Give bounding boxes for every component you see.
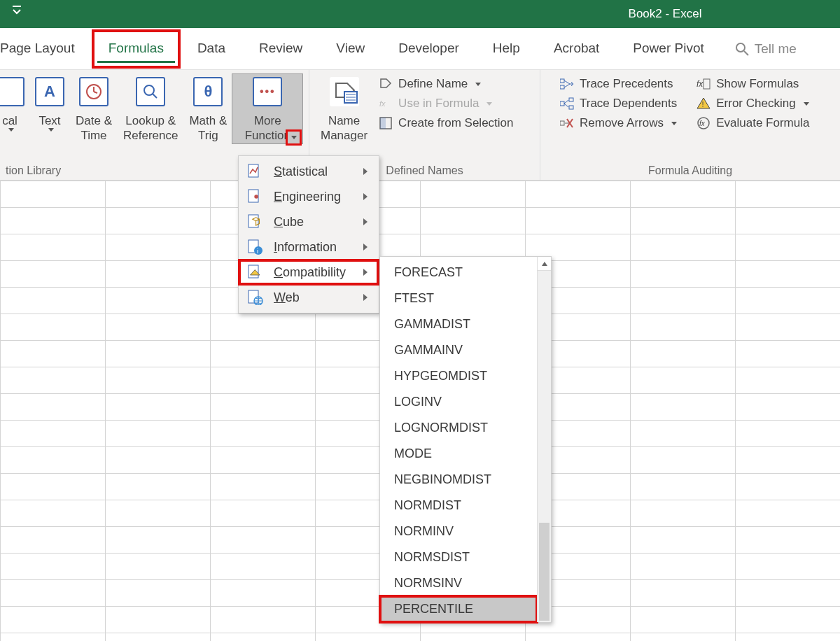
function-item-lognormdist[interactable]: LOGNORMDIST bbox=[380, 415, 537, 441]
scrollbar-thumb[interactable] bbox=[539, 523, 550, 621]
function-item-forecast[interactable]: FORECAST bbox=[380, 260, 537, 286]
button-create-from-selection[interactable]: Create from Selection bbox=[379, 116, 513, 130]
button-remove-arrows[interactable]: Remove Arrows bbox=[560, 116, 677, 130]
cell[interactable] bbox=[1, 421, 106, 447]
cell[interactable] bbox=[211, 394, 316, 421]
function-item-gammainv[interactable]: GAMMAINV bbox=[380, 337, 537, 363]
cell[interactable] bbox=[631, 367, 736, 394]
function-item-negbinomdist[interactable]: NEGBINOMDIST bbox=[380, 467, 537, 493]
cell[interactable] bbox=[631, 394, 736, 421]
cell[interactable] bbox=[1, 474, 106, 500]
cell[interactable] bbox=[736, 447, 841, 474]
cell[interactable] bbox=[106, 341, 211, 367]
function-item-ftest[interactable]: FTEST bbox=[380, 286, 537, 311]
scroll-up-button[interactable] bbox=[538, 257, 551, 271]
cell[interactable] bbox=[631, 554, 736, 580]
cell[interactable] bbox=[421, 633, 526, 642]
cell[interactable] bbox=[736, 527, 841, 554]
cell[interactable] bbox=[736, 208, 841, 234]
function-item-percentile[interactable]: PERCENTILE bbox=[380, 596, 537, 622]
cell[interactable] bbox=[106, 580, 211, 607]
tab-page-layout[interactable]: Page Layout bbox=[0, 29, 92, 69]
cell[interactable] bbox=[736, 288, 841, 314]
cell[interactable] bbox=[736, 314, 841, 341]
cell[interactable] bbox=[211, 607, 316, 633]
cell[interactable] bbox=[631, 314, 736, 341]
cell[interactable] bbox=[631, 234, 736, 261]
submenu-scrollbar[interactable] bbox=[537, 257, 551, 622]
tab-help[interactable]: Help bbox=[476, 29, 537, 69]
cell[interactable] bbox=[736, 421, 841, 447]
cell[interactable] bbox=[631, 607, 736, 633]
qat-customize-icon[interactable] bbox=[13, 6, 21, 18]
button-define-name[interactable]: Define Name bbox=[379, 77, 513, 91]
cell[interactable] bbox=[1, 314, 106, 341]
cell[interactable] bbox=[106, 261, 211, 288]
tab-power-pivot[interactable]: Power Pivot bbox=[616, 29, 720, 69]
cell[interactable] bbox=[106, 394, 211, 421]
cell[interactable] bbox=[736, 367, 841, 394]
cell[interactable] bbox=[736, 474, 841, 500]
cell[interactable] bbox=[631, 527, 736, 554]
cell[interactable] bbox=[1, 341, 106, 367]
menu-item-web[interactable]: Web bbox=[239, 285, 379, 310]
cell[interactable] bbox=[736, 261, 841, 288]
cell[interactable] bbox=[631, 500, 736, 527]
tab-formulas[interactable]: Formulas bbox=[92, 29, 181, 69]
tab-review[interactable]: Review bbox=[242, 29, 319, 69]
cell[interactable] bbox=[106, 527, 211, 554]
cell[interactable] bbox=[631, 421, 736, 447]
cell[interactable] bbox=[526, 181, 631, 208]
function-item-mode[interactable]: MODE bbox=[380, 441, 537, 467]
cell[interactable] bbox=[1, 234, 106, 261]
function-item-hypgeomdist[interactable]: HYPGEOMDIST bbox=[380, 363, 537, 389]
cell[interactable] bbox=[1, 261, 106, 288]
button-evaluate-formula[interactable]: fx Evaluate Formula bbox=[696, 116, 809, 130]
cell[interactable] bbox=[211, 341, 316, 367]
cell[interactable] bbox=[106, 421, 211, 447]
cell[interactable] bbox=[211, 447, 316, 474]
cell[interactable] bbox=[106, 367, 211, 394]
cell[interactable] bbox=[736, 500, 841, 527]
cell[interactable] bbox=[736, 181, 841, 208]
cell[interactable] bbox=[421, 181, 526, 208]
cell[interactable] bbox=[211, 500, 316, 527]
cell[interactable] bbox=[421, 208, 526, 234]
cell[interactable] bbox=[211, 474, 316, 500]
cell[interactable] bbox=[1, 500, 106, 527]
cell[interactable] bbox=[106, 607, 211, 633]
more-functions-dropdown-arrow[interactable] bbox=[288, 132, 300, 143]
function-item-gammadist[interactable]: GAMMADIST bbox=[380, 311, 537, 337]
menu-item-statistical[interactable]: Statistical bbox=[239, 159, 379, 184]
tab-acrobat[interactable]: Acrobat bbox=[537, 29, 616, 69]
cell[interactable] bbox=[736, 580, 841, 607]
cell[interactable] bbox=[736, 341, 841, 367]
cell[interactable] bbox=[211, 367, 316, 394]
cell[interactable] bbox=[631, 341, 736, 367]
cell[interactable] bbox=[106, 554, 211, 580]
button-trace-precedents[interactable]: Trace Precedents bbox=[560, 77, 677, 91]
cell[interactable] bbox=[106, 288, 211, 314]
button-math-trig[interactable]: θ Math & Trig bbox=[183, 74, 232, 143]
button-error-checking[interactable]: ! Error Checking bbox=[696, 97, 809, 111]
cell[interactable] bbox=[1, 580, 106, 607]
cell[interactable] bbox=[631, 580, 736, 607]
function-item-norminv[interactable]: NORMINV bbox=[380, 519, 537, 544]
button-name-manager[interactable]: Name Manager bbox=[315, 74, 373, 143]
cell[interactable] bbox=[736, 633, 841, 642]
cell[interactable] bbox=[631, 288, 736, 314]
button-lookup-reference[interactable]: Lookup & Reference bbox=[118, 74, 183, 143]
cell[interactable] bbox=[526, 208, 631, 234]
button-logical[interactable]: cal bbox=[6, 74, 29, 132]
button-show-formulas[interactable]: fx Show Formulas bbox=[696, 77, 809, 91]
cell[interactable] bbox=[106, 314, 211, 341]
cell[interactable] bbox=[106, 474, 211, 500]
cell[interactable] bbox=[1, 633, 106, 642]
button-more-functions[interactable]: ••• More Function bbox=[232, 74, 302, 143]
cell[interactable] bbox=[631, 447, 736, 474]
tell-me-search[interactable]: Tell me bbox=[721, 41, 797, 57]
cell[interactable] bbox=[211, 633, 316, 642]
cell[interactable] bbox=[631, 208, 736, 234]
cell[interactable] bbox=[526, 633, 631, 642]
cell[interactable] bbox=[1, 527, 106, 554]
